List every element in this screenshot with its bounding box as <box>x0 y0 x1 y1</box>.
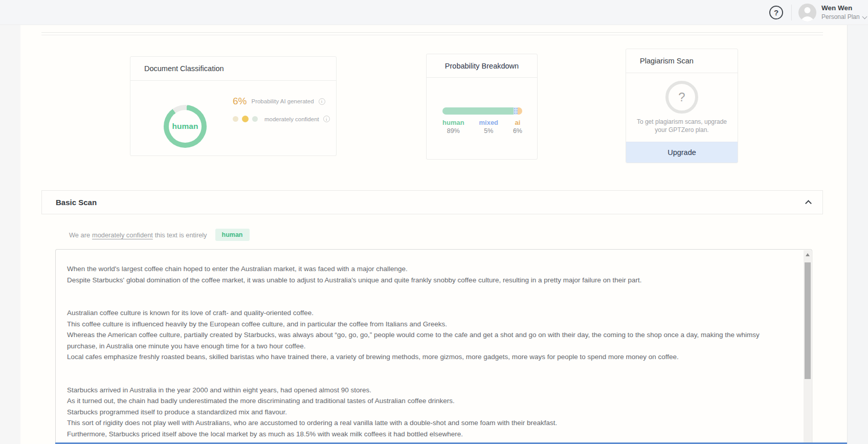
text-line: Starbucks programmed itself to produce a… <box>67 407 791 418</box>
confidence-label: moderately confident <box>264 116 319 122</box>
bar-segment-mixed <box>514 107 518 115</box>
card-title: Probability Breakdown <box>445 62 519 70</box>
plagiarism-scan-header: Plagiarism Scan <box>626 49 738 73</box>
text-line: Local cafes emphasize freshly roasted be… <box>67 351 791 363</box>
bar-segment-ai <box>518 107 522 115</box>
section-divider <box>41 35 823 35</box>
bar-legend-mixed: mixed5% <box>479 118 498 136</box>
user-plan: Personal Plan <box>821 13 860 21</box>
probability-row: 6% Probability AI generated i <box>233 94 330 109</box>
paragraph: When the world's largest coffee chain ho… <box>67 263 791 285</box>
classification-donut-chart: human <box>164 105 207 148</box>
plagiarism-scan-card: Plagiarism Scan ? To get plagiarism scan… <box>626 49 738 163</box>
user-name: Wen Wen <box>821 3 867 13</box>
basic-scan-header[interactable]: Basic Scan <box>41 190 823 214</box>
verdict-confidence: moderately confident <box>92 231 153 239</box>
bar-legend-human: human89% <box>442 118 464 136</box>
card-title: Document Classification <box>144 64 224 73</box>
info-icon[interactable]: i <box>319 98 325 105</box>
legend-value: 89% <box>442 127 464 136</box>
page-scrollbar-track[interactable] <box>847 25 868 444</box>
document-classification-card: Document Classification human 6% Probabi… <box>130 56 337 156</box>
document-text-area[interactable]: When the world's largest coffee chain ho… <box>55 249 812 444</box>
legend-label: mixed <box>479 118 498 127</box>
legend-value: 6% <box>513 127 522 136</box>
chevron-up-icon[interactable] <box>805 200 812 207</box>
bar-legend-ai: ai6% <box>513 118 522 136</box>
legend-label: human <box>442 118 464 127</box>
paragraph: Starbucks arrived in Australia in the ye… <box>67 385 791 444</box>
text-line: When the world's largest coffee chain ho… <box>67 263 791 275</box>
info-icon[interactable]: i <box>323 116 330 122</box>
confidence-dot-mid <box>242 116 249 122</box>
plagiarism-scan-body: ? To get plagiarism scans, upgrade your … <box>626 81 738 134</box>
bar-segment-human <box>442 107 514 115</box>
verdict-sentence: We are moderately confident this text is… <box>69 229 250 241</box>
plagiarism-upgrade-message: To get plagiarism scans, upgrade your GP… <box>635 118 728 134</box>
text-line: Despite Starbucks' global domination of … <box>67 275 791 286</box>
confidence-dots <box>233 116 258 122</box>
confidence-dot-low <box>233 116 238 122</box>
donut-center-label: human <box>164 105 207 148</box>
verdict-badge: human <box>215 229 250 241</box>
legend-value: 5% <box>479 127 498 136</box>
chevron-down-icon <box>862 14 867 19</box>
scrollbar-thumb[interactable] <box>805 262 811 379</box>
text-line: This sort of rigidity does not play well… <box>67 417 791 429</box>
confidence-dot-high <box>252 116 258 122</box>
person-icon <box>798 4 816 21</box>
text-line: As it turned out, the chain had badly un… <box>67 395 791 407</box>
document-text[interactable]: When the world's largest coffee chain ho… <box>67 263 791 444</box>
basic-scan-title: Basic Scan <box>56 198 97 207</box>
probability-value: 6% <box>233 96 247 107</box>
confidence-row: moderately confident i <box>233 116 330 122</box>
text-line: Whereas the American coffee culture, par… <box>67 329 791 351</box>
upgrade-button[interactable]: Upgrade <box>626 142 738 163</box>
probability-breakdown-card: Probability Breakdown human89%mixed5%ai6… <box>426 54 538 160</box>
legend-label: ai <box>513 118 522 127</box>
user-menu[interactable]: Wen Wen Personal Plan <box>821 3 867 21</box>
header-divider <box>791 5 792 20</box>
paragraph: Australian coffee culture is known for i… <box>67 307 791 363</box>
probability-breakdown-body: human89%mixed5%ai6% <box>427 78 537 136</box>
document-scrollbar[interactable] <box>804 250 811 444</box>
text-line: Furthermore, Starbucks priced itself abo… <box>67 429 791 440</box>
document-classification-header: Document Classification <box>130 57 336 81</box>
classification-details: 6% Probability AI generated i moderately… <box>233 94 330 122</box>
plan-dropdown[interactable]: Personal Plan <box>821 13 867 21</box>
probability-breakdown-header: Probability Breakdown <box>427 54 537 78</box>
top-bar: ? Wen Wen Personal Plan <box>0 0 868 25</box>
triangle-up-icon <box>806 253 810 256</box>
help-icon[interactable]: ? <box>769 6 783 19</box>
probability-bar-labels: human89%mixed5%ai6% <box>442 118 522 136</box>
verdict-middle: this text is entirely <box>155 231 207 239</box>
text-line: Starbucks arrived in Australia in the ye… <box>67 385 791 396</box>
text-line: This coffee culture is influenced heavil… <box>67 319 791 330</box>
card-title: Plagiarism Scan <box>640 57 694 65</box>
avatar[interactable] <box>798 4 816 21</box>
document-classification-body: human 6% Probability AI generated i mode… <box>130 81 336 156</box>
previous-section-divider <box>41 32 823 33</box>
probability-label: Probability AI generated <box>251 98 314 104</box>
probability-stacked-bar <box>442 107 522 115</box>
scroll-up-button[interactable] <box>804 250 811 259</box>
text-line: Australian coffee culture is known for i… <box>67 307 791 319</box>
question-mark-icon: ? <box>665 81 698 114</box>
verdict-prefix: We are <box>69 231 90 239</box>
